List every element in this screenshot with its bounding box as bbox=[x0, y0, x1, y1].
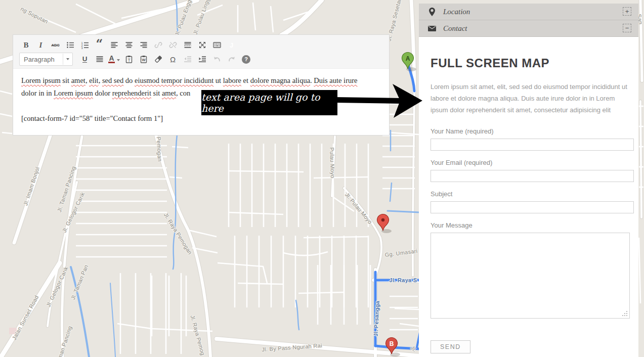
paragraph-dropdown-value: Paragraph bbox=[24, 56, 55, 63]
form-field-group: Your Name (required) bbox=[431, 127, 629, 151]
annotation-label: text area page will go to here bbox=[201, 90, 337, 115]
editor-toolbar: BIABC123“J Paragraph UATWΩ? bbox=[13, 35, 389, 69]
svg-text:W: W bbox=[142, 58, 146, 62]
help-button[interactable]: ? bbox=[239, 53, 253, 65]
field-label: Your Message bbox=[431, 221, 629, 229]
ol-icon: 123 bbox=[81, 41, 89, 49]
paragraph-dropdown[interactable]: Paragraph bbox=[19, 53, 73, 66]
bold-button[interactable]: B bbox=[19, 39, 33, 51]
fullscreen-button[interactable] bbox=[195, 39, 209, 51]
toolbar-row-2: Paragraph UATWΩ? bbox=[19, 53, 384, 66]
expand-toggle-icon[interactable]: + bbox=[623, 7, 631, 16]
text-color-icon: A bbox=[108, 55, 120, 63]
remove-link-button[interactable] bbox=[166, 39, 180, 51]
contact-sidebar: Location + Contact − FULL SCREEN MAP Lor… bbox=[419, 0, 638, 357]
redo-icon bbox=[228, 55, 236, 63]
italic-button[interactable]: I bbox=[34, 39, 48, 51]
align-right-icon bbox=[140, 41, 148, 49]
email-input[interactable] bbox=[431, 170, 634, 182]
ul-icon bbox=[66, 41, 74, 49]
send-button[interactable]: SEND bbox=[431, 340, 470, 353]
editor-text-line: Lorem ipsum sit amet, elit, sed sed do e… bbox=[21, 74, 381, 87]
unlink-icon bbox=[169, 41, 177, 49]
more-tag-button[interactable] bbox=[181, 39, 194, 51]
align-left-icon bbox=[110, 41, 118, 49]
jetpack-glyph: J bbox=[230, 41, 233, 49]
paste-word-icon: W bbox=[140, 55, 148, 63]
toolbar-row-1: BIABC123“J bbox=[19, 38, 384, 52]
help-icon: ? bbox=[242, 55, 250, 64]
svg-text:T: T bbox=[127, 58, 130, 63]
paste-text-icon: T bbox=[125, 55, 133, 63]
toolbar-toggle-button[interactable] bbox=[210, 39, 224, 51]
blockquote-glyph: “ bbox=[96, 41, 103, 49]
accordion-title-location: Location bbox=[443, 8, 470, 16]
undo-button[interactable] bbox=[210, 53, 224, 65]
collapse-toggle-icon[interactable]: − bbox=[623, 24, 631, 32]
strikethrough-glyph: ABC bbox=[51, 43, 59, 48]
paste-from-word-button[interactable]: W bbox=[137, 53, 150, 65]
indent-button[interactable] bbox=[195, 53, 209, 65]
justify-icon bbox=[96, 55, 104, 63]
align-center-button[interactable] bbox=[122, 39, 136, 51]
page-title: FULL SCREEN MAP bbox=[431, 56, 629, 70]
justify-button[interactable] bbox=[93, 53, 106, 65]
indent-icon bbox=[198, 55, 206, 63]
align-left-button[interactable] bbox=[107, 39, 121, 51]
svg-text:A: A bbox=[406, 55, 410, 62]
subject-input[interactable] bbox=[431, 201, 634, 213]
svg-text:3: 3 bbox=[81, 47, 82, 49]
contact-panel: FULL SCREEN MAP Lorem ipsum sit amet, el… bbox=[419, 37, 638, 357]
numbered-list-button[interactable]: 123 bbox=[78, 39, 92, 51]
eraser-icon bbox=[154, 55, 162, 63]
kitchen-sink-icon bbox=[213, 41, 221, 49]
accordion-header-contact[interactable]: Contact − bbox=[419, 20, 638, 37]
redo-button[interactable] bbox=[225, 53, 238, 65]
more-icon bbox=[184, 41, 192, 49]
paste-as-text-button[interactable]: T bbox=[122, 53, 136, 65]
text-color-button[interactable]: A bbox=[107, 53, 121, 65]
field-label: Your Name (required) bbox=[431, 127, 629, 135]
wysiwyg-editor: BIABC123“J Paragraph UATWΩ? Lorem ipsum … bbox=[13, 34, 390, 136]
chevron-down-icon bbox=[63, 54, 72, 65]
outdent-button[interactable] bbox=[181, 53, 194, 65]
outdent-icon bbox=[184, 55, 192, 63]
accordion-title-contact: Contact bbox=[443, 24, 467, 33]
underline-button[interactable]: U bbox=[78, 53, 92, 65]
link-icon bbox=[154, 41, 162, 49]
italic-glyph: I bbox=[39, 41, 42, 50]
svg-text:B: B bbox=[390, 340, 394, 347]
bold-glyph: B bbox=[23, 41, 28, 50]
annotation-text: text area page will go to here bbox=[201, 92, 337, 114]
form-field-group: Your Message bbox=[431, 221, 629, 319]
bulleted-list-button[interactable] bbox=[63, 39, 77, 51]
align-center-icon bbox=[125, 41, 133, 49]
strikethrough-button[interactable]: ABC bbox=[49, 39, 62, 51]
form-field-group: Your Email (required) bbox=[431, 159, 629, 182]
contact-form: Your Name (required)Your Email (required… bbox=[431, 127, 629, 319]
remove-formatting-button[interactable] bbox=[151, 53, 165, 65]
page-description: Lorem ipsum sit amet, elit, sed sed do e… bbox=[431, 81, 632, 116]
field-label: Your Email (required) bbox=[431, 159, 629, 166]
special-character-button[interactable]: Ω bbox=[166, 53, 180, 65]
name-input[interactable] bbox=[431, 139, 634, 151]
undo-icon bbox=[213, 55, 221, 63]
field-label: Subject bbox=[431, 190, 629, 198]
fullscreen-icon bbox=[198, 41, 206, 49]
accordion-header-location[interactable]: Location + bbox=[419, 4, 638, 20]
location-pin-icon bbox=[428, 8, 436, 16]
message-textarea[interactable] bbox=[431, 233, 630, 319]
form-field-group: Subject bbox=[431, 190, 629, 213]
jetpack-button[interactable]: J bbox=[225, 39, 238, 51]
special-character-glyph: Ω bbox=[170, 55, 176, 64]
insert-link-button[interactable] bbox=[151, 39, 165, 51]
envelope-icon bbox=[428, 26, 436, 31]
resize-grip-icon[interactable] bbox=[626, 315, 627, 316]
blockquote-button[interactable]: “ bbox=[93, 39, 106, 51]
underline-glyph: U bbox=[82, 56, 88, 63]
align-right-button[interactable] bbox=[137, 39, 150, 51]
